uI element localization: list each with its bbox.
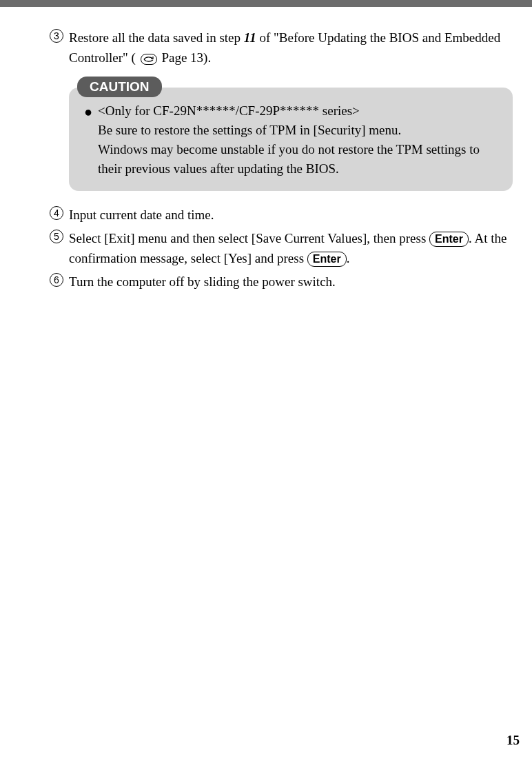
caution-text: <Only for CF-29N******/CF-29P****** seri…	[98, 101, 498, 179]
caution-line-1: <Only for CF-29N******/CF-29P****** seri…	[98, 103, 360, 118]
step-3-body: Restore all the data saved in step 11 of…	[69, 28, 513, 68]
step-4-body: Input current date and time.	[69, 205, 513, 225]
caution-box: ● <Only for CF-29N******/CF-29P****** se…	[69, 88, 513, 191]
step-3-step-ref: 11	[244, 30, 256, 45]
step-number-4: 4	[50, 206, 63, 220]
enter-key-2: Enter	[307, 252, 347, 267]
page-content: 3 Restore all the data saved in step 11 …	[0, 7, 532, 759]
step-number-wrap: 6	[50, 272, 69, 287]
caution-line-2: Be sure to restore the settings of TPM i…	[98, 123, 401, 137]
step-number-wrap: 5	[50, 228, 69, 243]
page-ref-icon	[141, 54, 157, 65]
step-5-text-a: Select [Exit] menu and then select [Save…	[69, 231, 429, 245]
step-4: 4 Input current date and time.	[50, 205, 513, 225]
step-3-text-d: Page 13).	[158, 50, 212, 65]
step-5-text-c: .	[347, 251, 350, 265]
step-5: 5 Select [Exit] menu and then select [Sa…	[50, 228, 513, 269]
caution-item: ● <Only for CF-29N******/CF-29P****** se…	[84, 101, 498, 179]
top-bar	[0, 0, 532, 7]
enter-key-1: Enter	[429, 232, 469, 247]
caution-line-3: Windows may become unstable if you do no…	[98, 142, 480, 176]
bullet-icon: ●	[84, 101, 98, 122]
caution-block: CAUTION ● <Only for CF-29N******/CF-29P*…	[69, 77, 513, 191]
step-3-text-a: Restore all the data saved in step	[69, 30, 244, 45]
page-number: 15	[507, 733, 520, 748]
step-number-5: 5	[50, 230, 63, 243]
step-number-wrap: 3	[50, 28, 69, 43]
step-3: 3 Restore all the data saved in step 11 …	[50, 28, 513, 68]
step-6: 6 Turn the computer off by sliding the p…	[50, 272, 513, 292]
step-6-body: Turn the computer off by sliding the pow…	[69, 272, 513, 292]
caution-label: CAUTION	[77, 77, 162, 97]
step-number-3: 3	[50, 29, 63, 43]
step-number-6: 6	[50, 273, 63, 287]
step-5-body: Select [Exit] menu and then select [Save…	[69, 228, 513, 269]
step-number-wrap: 4	[50, 205, 69, 220]
